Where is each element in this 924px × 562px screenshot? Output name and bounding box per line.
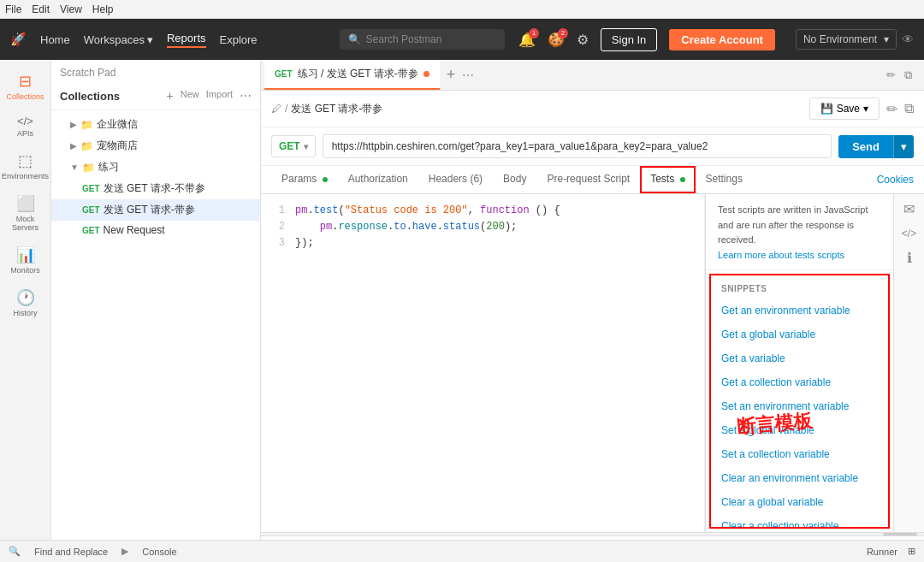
copy-request-icon[interactable]: ⧉ — [904, 101, 914, 116]
mock-servers-icon: ⬜ — [16, 194, 35, 213]
code-icon[interactable]: </> — [902, 228, 916, 240]
request-item-new-request[interactable]: GET New Request — [51, 221, 260, 240]
new-tab-button[interactable]: + — [440, 66, 463, 84]
main-content: GET 练习 / 发送 GET 请求-带参 + ⋯ ✏ ⧉ 🖊 / 发送 GET… — [261, 60, 924, 562]
collection-item-enterprise-wechat[interactable]: ▶ 📁 企业微信 — [51, 114, 260, 135]
sidebar-item-history[interactable]: 🕐 History — [3, 283, 49, 322]
scratch-pad-label: Scratch Pad — [51, 60, 260, 82]
menu-help[interactable]: Help — [92, 3, 114, 15]
sidebar-item-mock-servers[interactable]: ⬜ Mock Servers — [3, 189, 49, 237]
sign-in-button[interactable]: Sign In — [601, 28, 657, 51]
snippet-set-global-var[interactable]: Set a global variable — [711, 418, 888, 442]
find-replace-icon: 🔍 — [9, 546, 21, 557]
folder-icon: 📁 — [80, 140, 93, 152]
snippets-header: SNIPPETS — [711, 275, 888, 299]
nav-bar: 🚀 Home Workspaces ▾ Reports Explore 🔍 🔔 … — [0, 19, 924, 60]
console-button[interactable]: Console — [142, 547, 176, 557]
bell-icon[interactable]: 🔔 1 — [518, 32, 536, 48]
tab-pre-request-script[interactable]: Pre-request Script — [536, 166, 640, 193]
find-replace-button[interactable]: Find and Replace — [34, 547, 108, 557]
sidebar-item-environments[interactable]: ⬚ Environments — [3, 146, 49, 186]
breadcrumb-sep: / — [285, 103, 287, 115]
more-tabs-icon[interactable]: ⋯ — [462, 68, 474, 82]
cookie-icon[interactable]: 🍪 2 — [548, 32, 565, 48]
menu-view[interactable]: View — [60, 3, 82, 15]
url-input[interactable] — [323, 134, 832, 158]
status-bar: 🔍 Find and Replace ▶ Console Runner ⊞ — [0, 540, 924, 562]
tab-params[interactable]: Params — [271, 166, 338, 193]
folder-expand-icon: ▼ — [70, 163, 79, 172]
search-input[interactable] — [366, 33, 496, 45]
tab-authorization[interactable]: Authorization — [338, 166, 418, 193]
snippet-set-collection-var[interactable]: Set a collection variable — [711, 442, 888, 466]
environment-select[interactable]: No Environment ▾ — [796, 29, 897, 50]
import-button[interactable]: Import — [206, 89, 233, 103]
snippet-clear-collection-var[interactable]: Clear a collection variable — [711, 514, 888, 529]
send-dropdown-button[interactable]: ▾ — [893, 135, 914, 158]
snippet-clear-env-var[interactable]: Clear an environment variable — [711, 466, 888, 490]
send-button[interactable]: Send — [838, 135, 893, 158]
collections-header-icons: + New Import ⋯ — [167, 89, 252, 103]
method-select[interactable]: GET ▾ — [271, 135, 316, 157]
right-section: Test scripts are written in JavaScript a… — [705, 194, 893, 532]
snippet-get-collection-var[interactable]: Get a collection variable — [711, 370, 888, 394]
tab-tests[interactable]: Tests — [640, 166, 695, 193]
snippet-get-env-var[interactable]: Get an environment variable — [711, 299, 888, 322]
tab-headers[interactable]: Headers (6) — [418, 166, 493, 193]
env-view-icon[interactable]: 👁 — [902, 33, 914, 46]
snippet-set-env-var[interactable]: Set an environment variable — [711, 394, 888, 418]
edit-pencil-icon[interactable]: ✏ — [886, 101, 897, 117]
params-tabs: Params Authorization Headers (6) Body Pr… — [261, 166, 924, 194]
nav-explore[interactable]: Explore — [220, 33, 258, 46]
new-collection-button[interactable]: + — [167, 89, 174, 103]
apis-icon: </> — [17, 115, 33, 127]
console-icon: ▶ — [121, 546, 128, 557]
nav-reports[interactable]: Reports — [167, 32, 206, 48]
snippet-get-global-var[interactable]: Get a global variable — [711, 322, 888, 346]
email-icon[interactable]: ✉ — [903, 201, 915, 217]
new-button[interactable]: New — [181, 89, 199, 103]
nav-home[interactable]: Home — [40, 33, 70, 46]
search-icon: 🔍 — [348, 33, 361, 45]
learn-more-link[interactable]: Learn more about tests scripts — [718, 250, 844, 260]
nav-workspaces[interactable]: Workspaces ▾ — [84, 33, 153, 46]
sidebar-item-collections[interactable]: ⊟ Collections — [3, 67, 49, 106]
tab-settings[interactable]: Settings — [696, 166, 753, 193]
search-bar[interactable]: 🔍 — [340, 29, 505, 50]
runner-button[interactable]: Runner — [867, 547, 897, 557]
info-icon[interactable]: ℹ — [907, 250, 912, 266]
method-chevron-icon: ▾ — [304, 142, 308, 151]
collection-item-practice[interactable]: ▼ 📁 练习 — [51, 157, 260, 178]
code-line-2: 2 pm.response.to.have.status(200); — [270, 219, 696, 235]
snippet-get-var[interactable]: Get a variable — [711, 346, 888, 370]
request-item-get-no-param[interactable]: GET 发送 GET 请求-不带参 — [51, 178, 260, 199]
tab-bar: GET 练习 / 发送 GET 请求-带参 + ⋯ ✏ ⧉ — [261, 60, 924, 91]
menu-file[interactable]: File — [5, 3, 21, 15]
code-editor[interactable]: 1 pm.test("Status code is 200", function… — [261, 194, 705, 532]
cookies-link[interactable]: Cookies — [877, 174, 914, 186]
tab-body[interactable]: Body — [493, 166, 536, 193]
gear-icon[interactable]: ⚙ — [577, 32, 589, 48]
collections-icon: ⊟ — [19, 72, 32, 91]
edit-icon[interactable]: ✏ — [886, 68, 896, 82]
copy-icon[interactable]: ⧉ — [904, 68, 912, 82]
app-logo: 🚀 — [10, 32, 27, 47]
collections-sidebar: Scratch Pad Collections + New Import ⋯ ▶… — [51, 60, 261, 562]
create-account-button[interactable]: Create Account — [669, 29, 775, 50]
request-item-get-with-param[interactable]: GET 发送 GET 请求-带参 — [51, 199, 260, 221]
save-button[interactable]: 💾 New Save ▾ — [809, 98, 880, 120]
tab-method-badge: GET — [275, 69, 293, 79]
active-tab[interactable]: GET 练习 / 发送 GET 请求-带参 — [264, 60, 440, 90]
snippet-clear-global-var[interactable]: Clear a global variable — [711, 490, 888, 514]
sidebar-item-apis[interactable]: </> APIs — [3, 109, 49, 143]
sidebar-item-monitors[interactable]: 📊 Monitors — [3, 240, 49, 280]
request-bar: 🖊 / 发送 GET 请求-带参 💾 New Save ▾ ✏ ⧉ — [261, 91, 924, 127]
workspaces-chevron-icon: ▾ — [147, 33, 153, 46]
main-layout: ⊟ Collections </> APIs ⬚ Environments ⬜ … — [0, 60, 924, 562]
collection-item-pet-store[interactable]: ▶ 📁 宠物商店 — [51, 135, 260, 157]
more-options-icon[interactable]: ⋯ — [240, 89, 252, 103]
code-line-1: 1 pm.test("Status code is 200", function… — [270, 203, 696, 219]
folder-icon: 📁 — [82, 162, 95, 174]
notification-badge: 1 — [529, 28, 539, 38]
menu-edit[interactable]: Edit — [32, 3, 50, 15]
